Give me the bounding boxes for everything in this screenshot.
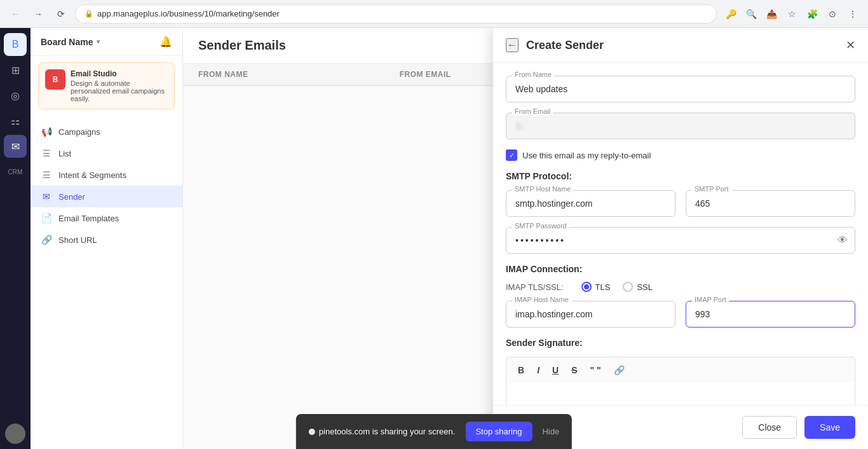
panel-body: From Name From Email Use this email as m… xyxy=(493,63,868,405)
share-icon[interactable]: 📤 xyxy=(763,5,780,23)
email-icon[interactable]: ✉ xyxy=(4,135,27,158)
link-icon: 🔗 xyxy=(41,235,52,245)
forward-button[interactable]: → xyxy=(29,5,47,23)
url-text: app.manageplus.io/business/10/marketing/… xyxy=(97,9,280,18)
menu-icon[interactable]: ⋮ xyxy=(844,5,862,23)
board-name-text: Board Name xyxy=(41,37,93,47)
tls-label: TLS xyxy=(595,282,611,292)
star-icon[interactable]: ☆ xyxy=(783,5,801,23)
smtp-section-title: SMTP Protocol: xyxy=(506,171,855,181)
smtp-password-field: SMTP Password 👁 xyxy=(506,227,855,254)
imap-ssl-radio[interactable]: SSL xyxy=(623,282,653,292)
save-button[interactable]: Save xyxy=(804,416,855,439)
board-name-selector[interactable]: Board Name ▾ xyxy=(41,37,100,47)
apps-icon[interactable]: ⚏ xyxy=(4,109,27,132)
smtp-password-input[interactable] xyxy=(506,227,855,254)
sidebar-item-campaigns[interactable]: 📢 Campaigns xyxy=(31,121,182,142)
sidebar-nav: 📢 Campaigns ☰ List ☰ Intent & Segments ✉… xyxy=(31,116,182,256)
stop-sharing-button[interactable]: Stop sharing xyxy=(465,422,532,441)
from-email-field: From Email xyxy=(506,113,855,139)
campaigns-icon: 📢 xyxy=(41,127,52,137)
campaigns-label: Campaigns xyxy=(58,127,100,137)
signature-editor-container: B I U S " " 🔗 xyxy=(506,357,855,405)
smtp-port-field: SMTP Port xyxy=(686,190,855,217)
reply-to-email-checkbox-row: Use this email as my reply-to-email xyxy=(506,149,855,161)
sidebar-item-email-templates[interactable]: 📄 Email Templates xyxy=(31,207,182,229)
short-url-label: Short URL xyxy=(58,235,97,245)
smtp-password-label: SMTP Password xyxy=(512,222,569,230)
imap-port-input[interactable] xyxy=(686,301,855,328)
imap-host-port-row: IMAP Host Name IMAP Port xyxy=(506,301,855,328)
create-sender-panel: ← Create Sender ✕ From Name From Email xyxy=(493,28,868,449)
smtp-host-port-row: SMTP Host Name SMTP Port xyxy=(506,190,855,217)
email-studio-description: Design & automate personalized email cam… xyxy=(71,79,168,102)
underline-button[interactable]: U xyxy=(548,364,562,376)
smtp-port-label: SMTP Port xyxy=(692,185,731,193)
dashboard-icon[interactable]: ⊞ xyxy=(4,59,27,81)
imap-tls-ssl-row: IMAP TLS/SSL: TLS SSL xyxy=(506,282,855,292)
app-container: B ⊞ ◎ ⚏ ✉ CRM Board Name ▾ 🔔 B Email Stu… xyxy=(0,28,868,449)
screen-share-banner: pinetools.com is sharing your screen. St… xyxy=(296,414,572,449)
imap-port-label: IMAP Port xyxy=(692,296,729,303)
show-password-button[interactable]: 👁 xyxy=(837,235,848,246)
back-button[interactable]: ← xyxy=(6,5,24,23)
sender-icon: ✉ xyxy=(41,191,52,202)
profile-icon[interactable]: ⊙ xyxy=(824,5,841,23)
panel-back-button[interactable]: ← xyxy=(506,38,519,52)
main-content: Sender Emails FROM NAME FROM EMAIL REPLY… xyxy=(183,28,868,449)
extensions-icon[interactable]: 🧩 xyxy=(803,5,821,23)
panel-header: ← Create Sender ✕ xyxy=(493,28,868,63)
search-icon[interactable]: 🔍 xyxy=(742,5,760,23)
browser-actions: 🔑 🔍 📤 ☆ 🧩 ⊙ ⋮ xyxy=(722,5,862,23)
sender-label: Sender xyxy=(58,192,85,202)
user-avatar[interactable] xyxy=(5,424,25,444)
crm-icon[interactable]: CRM xyxy=(4,160,27,183)
blockquote-button[interactable]: " " xyxy=(586,364,604,376)
refresh-button[interactable]: ⟳ xyxy=(52,5,70,23)
link-insert-button[interactable]: 🔗 xyxy=(610,364,628,376)
email-studio-card: B Email Studio Design & automate persona… xyxy=(38,62,175,109)
hide-button[interactable]: Hide xyxy=(542,427,559,436)
key-icon[interactable]: 🔑 xyxy=(722,5,740,23)
main-sidebar: Board Name ▾ 🔔 B Email Studio Design & a… xyxy=(31,28,183,449)
email-studio-info: Email Studio Design & automate personali… xyxy=(71,69,168,102)
imap-tls-radio[interactable]: TLS xyxy=(581,282,611,292)
italic-button[interactable]: I xyxy=(533,364,543,376)
panel-title: Create Sender xyxy=(526,39,604,52)
panel-close-x-button[interactable]: ✕ xyxy=(846,38,855,52)
email-studio-title: Email Studio xyxy=(71,69,168,78)
sidebar-item-short-url[interactable]: 🔗 Short URL xyxy=(31,229,182,251)
from-email-input[interactable] xyxy=(506,113,855,139)
imap-tls-ssl-label: IMAP TLS/SSL: xyxy=(506,282,564,292)
smtp-host-label: SMTP Host Name xyxy=(512,185,573,193)
icon-sidebar: B ⊞ ◎ ⚏ ✉ CRM xyxy=(0,28,31,449)
sidebar-item-intent-segments[interactable]: ☰ Intent & Segments xyxy=(31,164,182,186)
intent-label: Intent & Segments xyxy=(58,170,126,180)
from-name-input[interactable] xyxy=(506,76,855,102)
brand-icon[interactable]: B xyxy=(4,33,27,56)
checkbox-label: Use this email as my reply-to-email xyxy=(522,151,651,160)
browser-chrome: ← → ⟳ 🔒 app.manageplus.io/business/10/ma… xyxy=(0,0,868,28)
col-header-from-name: FROM NAME xyxy=(198,70,400,79)
address-bar[interactable]: 🔒 app.manageplus.io/business/10/marketin… xyxy=(75,4,717,24)
analytics-icon[interactable]: ◎ xyxy=(4,84,27,107)
imap-host-label: IMAP Host Name xyxy=(512,296,571,303)
smtp-host-input[interactable] xyxy=(506,190,675,217)
panel-header-left: ← Create Sender xyxy=(506,38,604,52)
bold-button[interactable]: B xyxy=(514,364,528,376)
notification-bell-icon[interactable]: 🔔 xyxy=(159,36,172,48)
sidebar-item-sender[interactable]: ✉ Sender xyxy=(31,186,182,207)
smtp-port-input[interactable] xyxy=(686,190,855,217)
list-label: List xyxy=(58,149,71,158)
email-studio-icon: B xyxy=(45,69,65,90)
signature-editor[interactable] xyxy=(506,383,855,405)
screen-share-message: pinetools.com is sharing your screen. xyxy=(319,427,456,436)
from-name-label: From Name xyxy=(512,71,554,78)
imap-host-input[interactable] xyxy=(506,301,675,328)
sidebar-item-list[interactable]: ☰ List xyxy=(31,142,182,164)
from-email-label: From Email xyxy=(512,107,553,115)
smtp-host-field: SMTP Host Name xyxy=(506,190,675,217)
strikethrough-button[interactable]: S xyxy=(567,364,581,376)
close-button[interactable]: Close xyxy=(742,416,797,439)
reply-to-email-checkbox[interactable] xyxy=(506,149,517,161)
